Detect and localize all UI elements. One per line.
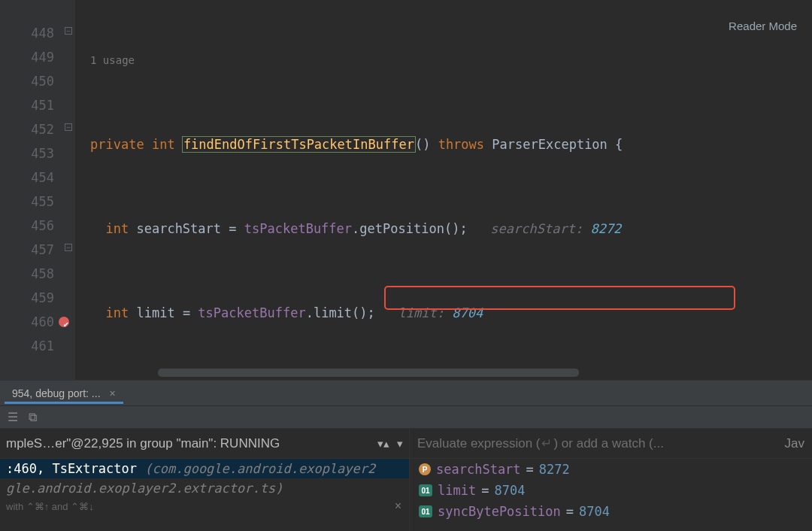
line-number[interactable]: 456 [0, 214, 75, 238]
stack-frame[interactable]: gle.android.exoplayer2.extractor.ts) [0, 478, 409, 498]
stack-frame-selected[interactable]: :460, TsExtractor (com.google.android.ex… [0, 459, 409, 478]
filter-icon[interactable]: ▾▴ [377, 437, 389, 451]
line-number[interactable]: 451 [0, 93, 75, 117]
variable-value: 8704 [579, 504, 610, 519]
line-number[interactable]: 457 [0, 238, 75, 262]
close-icon[interactable]: × [395, 499, 401, 513]
fold-icon[interactable]: − [65, 244, 72, 251]
horizontal-scrollbar[interactable] [158, 369, 579, 377]
language-indicator[interactable]: Jav [785, 436, 804, 451]
parameter-badge-icon: P [419, 463, 431, 475]
code-editor[interactable]: 448 449 450 451 452 453 454 455 456 457 … [0, 0, 812, 380]
variable-value: 8272 [539, 462, 570, 477]
usage-hint[interactable]: 1 usage [75, 51, 812, 72]
variable-row[interactable]: P searchStart = 8272 [410, 459, 812, 480]
equals: = [481, 483, 489, 498]
debug-body: mpleS…er"@22,925 in group "main": RUNNIN… [0, 428, 812, 531]
evaluate-expression-input[interactable]: Evaluate expression (↵) or add a watch (… [410, 429, 812, 459]
equals: = [526, 462, 534, 477]
line-number[interactable]: 461 [0, 334, 75, 358]
line-number-breakpoint[interactable]: 460 [0, 310, 75, 334]
debug-tab-label: 954, debug port: ... [12, 387, 101, 399]
fold-icon[interactable]: − [65, 27, 72, 35]
variable-name: limit [438, 483, 476, 498]
thread-header[interactable]: mpleS…er"@22,925 in group "main": RUNNIN… [0, 429, 409, 459]
line-number[interactable]: 453 [0, 141, 75, 165]
line-number[interactable]: 449 [0, 45, 75, 69]
line-number[interactable]: 450 [0, 69, 75, 93]
line-number[interactable]: 455 [0, 190, 75, 214]
int-badge-icon: 01 [419, 505, 432, 517]
dropdown-icon[interactable]: ▾ [397, 437, 403, 451]
debug-tab-bar: 954, debug port: ... × [0, 380, 812, 405]
gutter[interactable]: 448 449 450 451 452 453 454 455 456 457 … [0, 0, 75, 380]
line-number[interactable]: 458 [0, 262, 75, 286]
code-line[interactable]: int searchStart = tsPacketBuffer.getPosi… [75, 217, 812, 241]
fold-icon[interactable]: − [65, 123, 72, 131]
equals: = [566, 504, 574, 519]
int-badge-icon: 01 [419, 484, 432, 496]
line-number[interactable]: 454 [0, 165, 75, 190]
debug-session-tab[interactable]: 954, debug port: ... × [5, 383, 123, 404]
variable-row[interactable]: 01 syncBytePosition = 8704 [410, 501, 812, 522]
enter-icon: ↵ [541, 435, 552, 451]
thread-title: mpleS…er"@22,925 in group "main": RUNNIN… [6, 436, 370, 451]
editor-pane: Reader Mode 448 449 450 451 452 453 454 … [0, 0, 812, 380]
frames-panel: mpleS…er"@22,925 in group "main": RUNNIN… [0, 429, 410, 531]
navigation-hint: with ⌃⌘↑ and ⌃⌘↓ × [0, 498, 409, 515]
code-line[interactable]: private int findEndOfFirstTsPacketInBuff… [75, 132, 812, 156]
variables-panel: Evaluate expression (↵) or add a watch (… [410, 429, 812, 531]
code-area[interactable]: 1 usage private int findEndOfFirstTsPack… [75, 0, 812, 380]
layout-icon[interactable]: ⧉ [29, 410, 37, 424]
line-number[interactable]: 452 [0, 117, 75, 141]
variable-name: syncBytePosition [438, 504, 561, 519]
frame-package: (com.google.android.exoplayer2 [144, 461, 375, 476]
thread-selector-icon[interactable]: ☰ [8, 410, 18, 424]
line-number[interactable]: 448 [0, 21, 75, 45]
frame-location: :460, TsExtractor [6, 461, 144, 476]
debug-toolbar: ☰ ⧉ [0, 405, 812, 428]
line-number[interactable]: 459 [0, 286, 75, 310]
method-declaration: findEndOfFirstTsPacketInBuffer [183, 137, 415, 152]
variable-value: 8704 [494, 483, 525, 498]
close-icon[interactable]: × [109, 387, 115, 399]
variable-name: searchStart [436, 462, 521, 477]
frame-package: gle.android.exoplayer2.extractor.ts) [6, 481, 283, 496]
variable-row[interactable]: 01 limit = 8704 [410, 480, 812, 501]
code-line[interactable]: int limit = tsPacketBuffer.limit(); limi… [75, 301, 812, 325]
